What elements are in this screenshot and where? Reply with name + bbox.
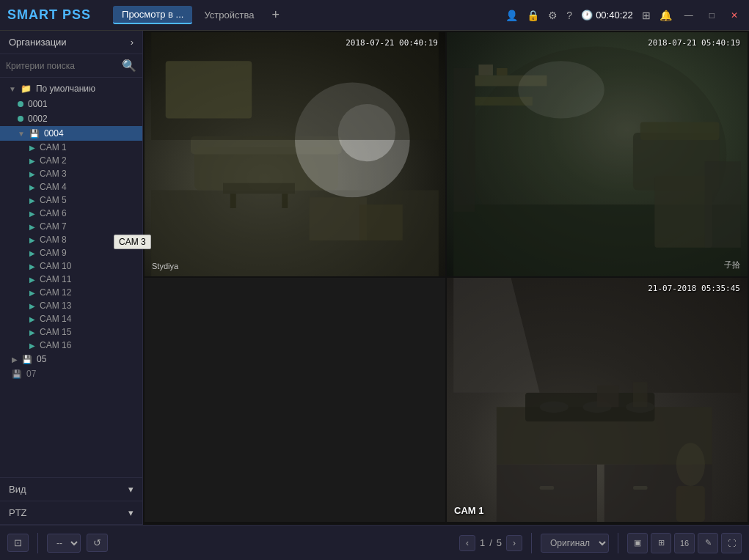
- tree-cam-3[interactable]: ▶CAM 3: [0, 167, 142, 180]
- tree-node-07[interactable]: 💾 07: [0, 366, 142, 381]
- toolbar-sep-3: [618, 533, 618, 553]
- tab-devices[interactable]: Устройства: [195, 7, 263, 23]
- toolbar-sep-1: [37, 533, 38, 553]
- edit-layout-button[interactable]: ✎: [698, 533, 718, 553]
- cam-15-label: CAM 15: [40, 327, 71, 337]
- device-icon-0004: 💾: [29, 129, 40, 139]
- tree-cam-2[interactable]: ▶CAM 2: [0, 154, 142, 167]
- clock-display: 🕐 00:40:22: [581, 10, 633, 21]
- dot-0001: [18, 101, 23, 107]
- cam3-tooltip: CAM 3: [114, 235, 143, 249]
- search-icon[interactable]: 🔍: [122, 59, 136, 73]
- sidebar-ptz-label: PTZ: [9, 507, 27, 518]
- tree-node-0001[interactable]: 0001: [0, 97, 142, 111]
- layout-4x4-button[interactable]: 16: [674, 533, 695, 553]
- snapshot-icon: ⊡: [14, 537, 22, 548]
- dot-0002: [18, 116, 23, 122]
- tree-cam-10[interactable]: ▶CAM 10: [0, 259, 142, 273]
- cam-1-label: CAM 1: [40, 142, 67, 152]
- cam-dot-4: ▶: [29, 183, 35, 191]
- video-cell-4[interactable]: 21-07-2018 05:35:45 CAM 1: [447, 278, 748, 522]
- bell-icon[interactable]: 🔔: [660, 10, 672, 21]
- tree-cam-13[interactable]: ▶CAM 13: [0, 299, 142, 312]
- page-current: 1: [480, 537, 485, 548]
- tree-root-default[interactable]: ▼ 📁 По умолчанию: [0, 81, 142, 97]
- sidebar-org-arrow[interactable]: ›: [131, 37, 134, 48]
- tree-cam-6[interactable]: ▶CAM 6: [0, 207, 142, 220]
- tree-cam-16[interactable]: ▶CAM 16: [0, 339, 142, 352]
- device-icon-07: 💾: [12, 369, 22, 379]
- video-grid: 2018-07-21 00:40:19 Stydiya: [143, 31, 749, 525]
- tree-node-0004[interactable]: ▼ 💾 0004: [0, 126, 142, 141]
- svg-rect-36: [676, 486, 705, 522]
- svg-rect-16: [497, 68, 508, 75]
- video-cell-1[interactable]: 2018-07-21 00:40:19 Stydiya: [145, 32, 445, 276]
- logo-smart: SMART: [7, 7, 58, 22]
- sidebar-org-header[interactable]: Организации ›: [0, 31, 142, 54]
- cam-dot-9: ▶: [29, 249, 35, 257]
- topbar-right: 👤 🔒 ⚙ ? 🕐 00:40:22 ⊞ 🔔 — □ ✕: [505, 9, 742, 22]
- cam-dot-14: ▶: [29, 315, 35, 323]
- device-icon-05: 💾: [22, 355, 32, 364]
- settings-icon[interactable]: ⚙: [548, 10, 558, 21]
- refresh-icon: ↺: [93, 537, 101, 548]
- tree-cam-14[interactable]: ▶CAM 14: [0, 312, 142, 325]
- cam-7-label: CAM 7: [40, 221, 67, 232]
- tree-cam-1[interactable]: ▶CAM 1: [0, 141, 142, 154]
- win-minimize-button[interactable]: —: [681, 9, 697, 22]
- win-close-button[interactable]: ✕: [727, 9, 742, 22]
- layout-2x2-button[interactable]: ⊞: [651, 533, 671, 553]
- refresh-button[interactable]: ↺: [87, 534, 108, 552]
- tree-root-label: По умолчанию: [36, 84, 95, 94]
- sidebar-view-row[interactable]: Вид ▾: [0, 478, 142, 501]
- video-cell-2[interactable]: 2018-07-21 05:40:19 子拾: [447, 32, 748, 276]
- snapshot-button[interactable]: ⊡: [7, 534, 29, 552]
- tree-cam-7[interactable]: ▶CAM 7: [0, 220, 142, 233]
- tree-node-05[interactable]: ▶ 💾 05: [0, 352, 142, 366]
- svg-rect-3: [223, 183, 295, 194]
- layout-icon[interactable]: ⊞: [642, 10, 651, 21]
- sidebar-bottom: Вид ▾ PTZ ▾: [0, 477, 142, 525]
- sidebar-tree: ▼ 📁 По умолчанию 0001 0002 ▼ 💾 0004 ▶CAM: [0, 78, 142, 477]
- lock-icon[interactable]: 🔒: [527, 10, 539, 21]
- tab-add-button[interactable]: +: [266, 7, 285, 23]
- tree-cam-4[interactable]: ▶CAM 4: [0, 180, 142, 194]
- tree-node-07-label: 07: [26, 369, 36, 379]
- toolbar-sep-2: [531, 533, 532, 553]
- tree-cam-11[interactable]: ▶CAM 11: [0, 273, 142, 286]
- sidebar-ptz-row[interactable]: PTZ ▾: [0, 501, 142, 525]
- cam-3-label: CAM 3: [40, 169, 67, 179]
- tab-liveview[interactable]: Просмотр в ...: [113, 6, 192, 24]
- svg-rect-9: [166, 61, 252, 118]
- layout-1x1-button[interactable]: ▣: [627, 533, 648, 553]
- cam-dot-5: ▶: [29, 196, 35, 205]
- user-icon[interactable]: 👤: [505, 10, 518, 21]
- cam-dot-1: ▶: [29, 144, 35, 152]
- next-page-button[interactable]: ›: [506, 535, 522, 551]
- tree-cam-15[interactable]: ▶CAM 15: [0, 325, 142, 339]
- sidebar: Организации › 🔍 ▼ 📁 По умолчанию 0001 00…: [0, 31, 143, 525]
- tree-node-0002[interactable]: 0002: [0, 111, 142, 126]
- win-maximize-button[interactable]: □: [706, 9, 718, 22]
- cam-2-label: CAM 2: [40, 155, 67, 166]
- cam-16-label: CAM 16: [40, 340, 71, 350]
- cam-8-label: CAM 8: [40, 235, 67, 245]
- edit-icon: ✎: [705, 538, 712, 548]
- svg-rect-23: [453, 68, 475, 212]
- help-icon[interactable]: ?: [566, 10, 572, 21]
- tree-cam-12[interactable]: ▶CAM 12: [0, 286, 142, 299]
- video-cell-3[interactable]: [145, 278, 445, 522]
- svg-rect-5: [282, 194, 288, 208]
- tree-cam-5[interactable]: ▶CAM 5: [0, 194, 142, 207]
- prev-page-button[interactable]: ‹: [459, 535, 475, 551]
- expand-arrow: ▼: [9, 85, 16, 93]
- fullscreen-button[interactable]: ⛶: [721, 533, 742, 553]
- quality-select[interactable]: Оригинал: [541, 534, 609, 553]
- cam-12-label: CAM 12: [40, 287, 71, 298]
- topbar: SMART PSS Просмотр в ... Устройства + 👤 …: [0, 0, 749, 31]
- cam-10-label: CAM 10: [40, 261, 71, 271]
- stream-select[interactable]: --: [47, 534, 81, 553]
- page-total: 5: [497, 537, 502, 548]
- search-input[interactable]: [6, 61, 117, 71]
- svg-rect-29: [497, 465, 597, 522]
